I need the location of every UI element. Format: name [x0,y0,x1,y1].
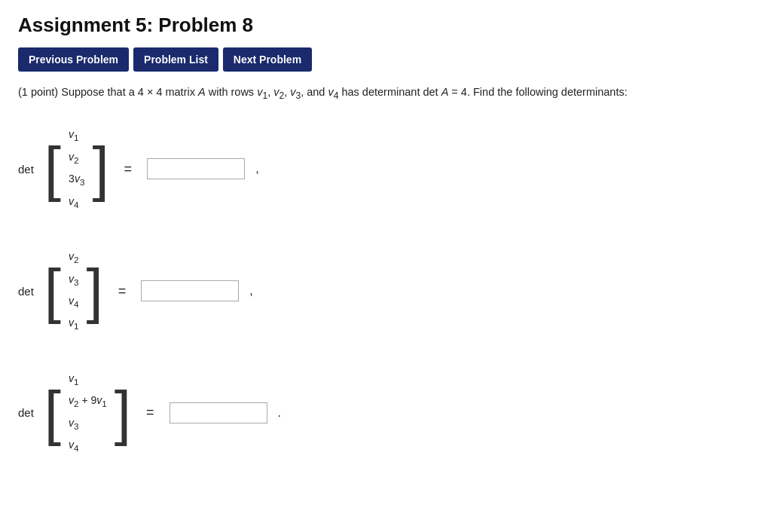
det1-row-2: v2 [69,148,78,167]
det2-row-2: v3 [69,271,78,289]
det3-matrix: [ v1 v2 + 9v1 v3 v4 ] [44,365,131,460]
det2-row-3: v4 [69,292,78,311]
det1-block: det [ v1 v2 3v3 v4 ] = , [18,121,764,216]
problem-list-button[interactable]: Problem List [133,47,218,72]
det1-row-3: 3v3 [69,170,84,189]
det2-row-1: v2 [69,248,78,267]
prev-problem-button[interactable]: Previous Problem [18,47,129,72]
det3-block: det [ v1 v2 + 9v1 v3 v4 ] = . [18,365,764,460]
det2-row-4: v1 [69,314,78,333]
det1-bracket-right: ] [92,139,108,199]
det1-matrix: [ v1 v2 3v3 v4 ] [44,121,109,216]
det3-rows: v1 v2 + 9v1 v3 v4 [61,365,115,460]
det3-punctuation: . [278,406,281,420]
det2-bracket-left: [ [44,261,61,321]
nav-button-row: Previous Problem Problem List Next Probl… [18,47,764,72]
det1-bracket-left: [ [44,139,61,199]
det3-row-1: v1 [69,370,78,389]
det3-input[interactable] [170,402,267,423]
det3-bracket-left: [ [44,383,61,443]
det1-input[interactable] [147,158,245,179]
det1-punctuation: , [255,162,258,176]
det3-row-3: v3 [69,414,78,433]
det2-bracket-right: ] [87,261,103,321]
det1-label: det [18,163,34,176]
det1-row-1: v1 [69,126,78,145]
det2-block: det [ v2 v3 v4 v1 ] = , [18,243,764,338]
det3-equals: = [146,405,154,420]
det2-input[interactable] [141,280,239,301]
det3-label: det [18,406,34,419]
det3-row-4: v4 [69,436,78,455]
det1-equals: = [124,161,133,177]
page-title: Assignment 5: Problem 8 [18,14,764,37]
det1-row-4: v4 [69,193,78,212]
problem-intro: (1 point) Suppose that a 4 × 4 matrix A … [18,84,764,103]
det2-matrix: [ v2 v3 v4 v1 ] [44,243,103,338]
det2-label: det [18,285,34,298]
det3-row-2: v2 + 9v1 [69,392,107,411]
det3-bracket-right: ] [115,383,131,443]
page-container: Assignment 5: Problem 8 Previous Problem… [0,0,782,532]
det1-rows: v1 v2 3v3 v4 [61,121,92,216]
det2-rows: v2 v3 v4 v1 [61,243,86,338]
det2-equals: = [118,283,127,299]
det2-punctuation: , [249,284,252,298]
next-problem-button[interactable]: Next Problem [223,47,312,72]
